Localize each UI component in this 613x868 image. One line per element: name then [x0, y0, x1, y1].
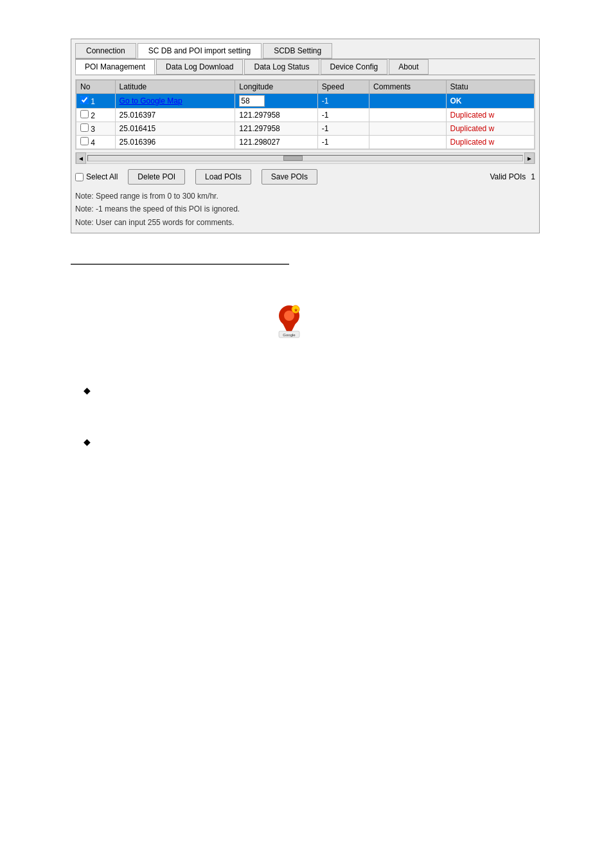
- diamond-icon-2: ◆: [84, 437, 91, 446]
- tab-data-log-download[interactable]: Data Log Download: [156, 59, 243, 75]
- row-longitude: 121.298027: [235, 136, 318, 149]
- tab-device-config[interactable]: Device Config: [321, 59, 388, 75]
- tab-about[interactable]: About: [389, 59, 428, 75]
- valid-pois-label: Valid POIs: [490, 172, 526, 181]
- row-longitude: 121.297958: [235, 109, 318, 122]
- svg-text:Google: Google: [283, 333, 296, 337]
- row-checkbox-cell[interactable]: 1: [76, 94, 116, 109]
- save-pois-button[interactable]: Save POIs: [262, 169, 317, 185]
- note-1: Note: Speed range is from 0 to 300 km/hr…: [75, 190, 535, 203]
- row-latitude: 25.016396: [115, 136, 235, 149]
- row-longitude: [235, 94, 318, 109]
- row-latitude: 25.016415: [115, 122, 235, 136]
- row-comments: [369, 136, 446, 149]
- scroll-right-btn[interactable]: ►: [524, 152, 535, 164]
- row-latitude[interactable]: Go to Google Map: [115, 94, 235, 109]
- longitude-input[interactable]: [239, 95, 265, 107]
- row-comments: [369, 109, 446, 122]
- horizontal-scrollbar[interactable]: ◄ ►: [75, 152, 535, 164]
- delete-poi-button[interactable]: Delete POI: [128, 169, 185, 185]
- row-number: 1: [89, 97, 95, 106]
- row-latitude: 25.016397: [115, 109, 235, 122]
- table-row[interactable]: 425.016396121.298027-1Duplicated w: [76, 136, 535, 149]
- col-header-longitude: Longitude: [235, 80, 318, 94]
- col-header-status: Statu: [446, 80, 534, 94]
- row-status: OK: [446, 94, 534, 109]
- table-row[interactable]: 325.016415121.297958-1Duplicated w: [76, 122, 535, 136]
- valid-pois-display: Valid POIs 1: [490, 172, 536, 181]
- row-speed: -1: [317, 122, 369, 136]
- table-row[interactable]: 1Go to Google Map-1OK: [76, 94, 535, 109]
- tab-connection[interactable]: Connection: [75, 43, 136, 59]
- row-status: Duplicated w: [446, 122, 534, 136]
- row-number: 4: [89, 138, 95, 147]
- bullet-point-2: ◆: [84, 437, 91, 446]
- map-icon-container: ★ Google: [270, 302, 308, 341]
- col-header-no: No: [76, 80, 116, 94]
- row-checkbox-cell[interactable]: 2: [76, 109, 116, 122]
- row-checkbox[interactable]: [80, 110, 89, 118]
- select-all-checkbox[interactable]: [75, 173, 84, 181]
- row-comments: [369, 122, 446, 136]
- row-speed: -1: [317, 136, 369, 149]
- row-checkbox[interactable]: [80, 123, 89, 132]
- tab-poi-management[interactable]: POI Management: [75, 59, 155, 75]
- scroll-thumb[interactable]: [283, 156, 303, 161]
- notes-section: Note: Speed range is from 0 to 300 km/hr…: [75, 190, 535, 229]
- row-checkbox-cell[interactable]: 4: [76, 136, 116, 149]
- row-number: 3: [89, 125, 95, 134]
- row-checkbox[interactable]: [80, 96, 89, 104]
- poi-table: No Latitude Longitude Speed Comments Sta…: [76, 80, 535, 149]
- valid-pois-count: 1: [531, 172, 535, 181]
- row-speed: -1: [317, 94, 369, 109]
- col-header-latitude: Latitude: [115, 80, 235, 94]
- select-all-label[interactable]: Select All: [75, 172, 118, 181]
- main-dialog: Connection SC DB and POI import setting …: [71, 39, 540, 233]
- table-row[interactable]: 225.016397121.297958-1Duplicated w: [76, 109, 535, 122]
- row-checkbox-cell[interactable]: 3: [76, 122, 116, 136]
- scroll-left-btn[interactable]: ◄: [76, 152, 86, 164]
- row-checkbox[interactable]: [80, 137, 89, 145]
- tab-scdb[interactable]: SC DB and POI import setting: [138, 43, 262, 59]
- tab-row-1: Connection SC DB and POI import setting …: [75, 43, 535, 59]
- controls-row: Select All Delete POI Load POIs Save POI…: [75, 169, 535, 185]
- tab-data-log-status[interactable]: Data Log Status: [244, 59, 319, 75]
- divider-line: [71, 264, 289, 265]
- tab-row-2: POI Management Data Log Download Data Lo…: [75, 59, 535, 75]
- col-header-speed: Speed: [317, 80, 369, 94]
- row-status: Duplicated w: [446, 109, 534, 122]
- row-longitude: 121.297958: [235, 122, 318, 136]
- note-3: Note: User can input 255 words for comme…: [75, 216, 535, 229]
- row-comments: [369, 94, 446, 109]
- col-header-comments: Comments: [369, 80, 446, 94]
- note-2: Note: -1 means the speed of this POI is …: [75, 203, 535, 215]
- load-pois-button[interactable]: Load POIs: [195, 169, 251, 185]
- tab-scdb-setting[interactable]: SCDB Setting: [263, 43, 332, 59]
- svg-text:★: ★: [294, 307, 298, 313]
- map-pin-icon: ★ Google: [274, 303, 305, 340]
- row-speed: -1: [317, 109, 369, 122]
- row-status: Duplicated w: [446, 136, 534, 149]
- select-all-text: Select All: [86, 172, 118, 181]
- scroll-track[interactable]: [87, 155, 523, 161]
- google-map-link[interactable]: Go to Google Map: [120, 96, 182, 105]
- poi-table-container: No Latitude Longitude Speed Comments Sta…: [75, 79, 535, 150]
- row-number: 2: [89, 111, 95, 120]
- bullet-point-1: ◆: [84, 386, 91, 395]
- diamond-icon-1: ◆: [84, 386, 91, 395]
